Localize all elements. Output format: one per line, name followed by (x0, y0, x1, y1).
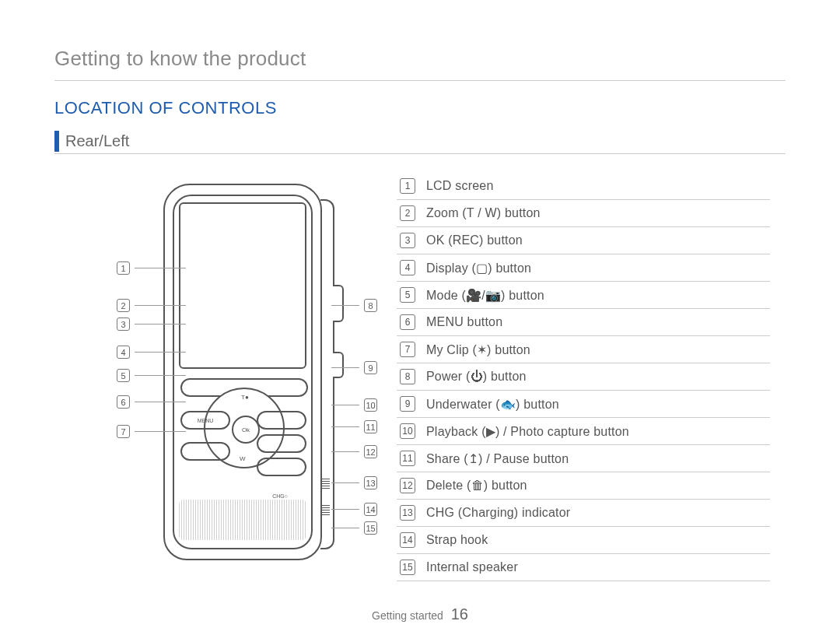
legend-label: MENU button (426, 315, 502, 329)
legend-label: Internal speaker (426, 560, 518, 574)
legend-row: 15Internal speaker (397, 554, 770, 581)
callout-leader (135, 268, 186, 268)
legend-row: 5Mode (🎥/📷) button (397, 282, 770, 309)
legend-number-badge: 4 (400, 260, 415, 275)
callout-number-badge: 13 (364, 476, 377, 489)
menu-button-graphic: MENU (180, 411, 230, 430)
legend-row: 3OK (REC) button (397, 227, 770, 254)
legend-number-badge: 5 (400, 287, 415, 303)
zoom-t-label: T● (241, 394, 249, 401)
legend-label: Delete (🗑) button (426, 479, 527, 493)
footer-section: Getting started (372, 609, 443, 622)
callout-leader (135, 305, 186, 306)
callout-leader (331, 451, 359, 452)
legend-number-badge: 2 (400, 205, 415, 221)
legend-row: 14Strap hook (397, 527, 770, 554)
legend-row: 4Display (▢) button (397, 254, 770, 282)
legend-label: LCD screen (426, 179, 493, 193)
divider (54, 80, 786, 81)
device-diagram: T● Ok W MENU CHG○ 1234567 8910 (54, 168, 381, 573)
legend-number-badge: 9 (400, 396, 415, 412)
legend-label: OK (REC) button (426, 233, 523, 247)
legend-row: 7My Clip (✶) button (397, 336, 770, 363)
callout-number-badge: 4 (117, 346, 130, 359)
legend-number-badge: 8 (400, 369, 415, 384)
chapter-title: Getting to know the product (54, 47, 786, 71)
diagram-callout: 2 (117, 299, 186, 312)
callout-leader (135, 352, 186, 353)
diagram-callout: 5 (117, 369, 186, 382)
legend-number-badge: 7 (400, 342, 415, 357)
callout-number-badge: 9 (364, 361, 377, 374)
callout-leader (135, 324, 186, 325)
page-number: 16 (451, 605, 468, 623)
page-footer: Getting started 16 (0, 605, 840, 623)
callout-number-badge: 8 (364, 299, 377, 312)
device-body: T● Ok W MENU CHG○ (163, 184, 322, 560)
myclip-button-graphic (180, 442, 230, 461)
section-title: LOCATION OF CONTROLS (54, 98, 786, 118)
legend-label: My Clip (✶) button (426, 342, 530, 357)
legend-row: 6MENU button (397, 309, 770, 336)
callout-number-badge: 1 (117, 261, 130, 275)
legend-number-badge: 6 (400, 314, 415, 330)
legend-row: 11Share (↥) / Pause button (397, 445, 770, 472)
callout-number-badge: 15 (364, 521, 377, 535)
delete-button-graphic (257, 458, 306, 476)
legend-label: Strap hook (426, 533, 488, 547)
legend-label: Underwater (🐟) button (426, 397, 559, 412)
diagram-callout: 4 (117, 346, 186, 359)
diagram-callout: 8 (331, 299, 377, 312)
callout-leader (331, 426, 359, 427)
diagram-callout: 11 (331, 420, 377, 433)
diagram-callout: 9 (331, 361, 377, 374)
chg-label: CHG○ (272, 493, 288, 499)
legend-list: 1LCD screen2Zoom (T / W) button3OK (REC)… (397, 173, 770, 581)
callout-leader (331, 305, 359, 306)
legend-row: 10Playback (▶) / Photo capture button (397, 418, 770, 445)
legend-row: 2Zoom (T / W) button (397, 200, 770, 227)
callout-number-badge: 10 (364, 398, 377, 412)
legend-number-badge: 12 (400, 478, 415, 493)
legend-label: CHG (Charging) indicator (426, 506, 570, 520)
callout-number-badge: 3 (117, 317, 130, 331)
legend-row: 8Power (⏻) button (397, 363, 770, 391)
diagram-callout: 10 (331, 398, 377, 412)
callout-number-badge: 12 (364, 445, 377, 458)
legend-label: Power (⏻) button (426, 370, 527, 384)
zoom-w-label: W (240, 455, 246, 462)
legend-label: Playback (▶) / Photo capture button (426, 424, 629, 439)
legend-label: Display (▢) button (426, 261, 531, 275)
side-notch (322, 478, 330, 489)
callout-leader (331, 367, 359, 368)
legend-label: Share (↥) / Pause button (426, 451, 569, 466)
callout-number-badge: 11 (364, 420, 377, 433)
callout-leader (331, 528, 359, 528)
diagram-callout: 15 (331, 521, 377, 535)
ok-button-graphic: Ok (232, 416, 260, 444)
diagram-callout: 14 (331, 503, 377, 516)
legend-row: 12Delete (🗑) button (397, 472, 770, 500)
callout-number-badge: 7 (117, 425, 130, 438)
diagram-callout: 13 (331, 476, 377, 489)
strap-hook-graphic (322, 504, 330, 515)
callout-leader (331, 482, 359, 483)
speaker-grille (179, 500, 306, 540)
legend-label: Mode (🎥/📷) button (426, 288, 544, 303)
legend-row: 9Underwater (🐟) button (397, 391, 770, 418)
legend-number-badge: 1 (400, 178, 415, 194)
subsection: Rear/Left (54, 131, 786, 152)
callout-leader (135, 431, 186, 432)
legend-row: 1LCD screen (397, 173, 770, 200)
subsection-bar (54, 131, 59, 152)
lcd-screen (179, 202, 306, 369)
legend-row: 13CHG (Charging) indicator (397, 500, 770, 527)
callout-leader (331, 509, 359, 510)
legend-number-badge: 15 (400, 560, 415, 575)
legend-number-badge: 10 (400, 423, 415, 439)
callout-leader (135, 375, 186, 376)
share-button-graphic (257, 434, 306, 453)
legend-number-badge: 13 (400, 505, 415, 521)
legend-number-badge: 3 (400, 233, 415, 248)
callout-number-badge: 2 (117, 299, 130, 312)
